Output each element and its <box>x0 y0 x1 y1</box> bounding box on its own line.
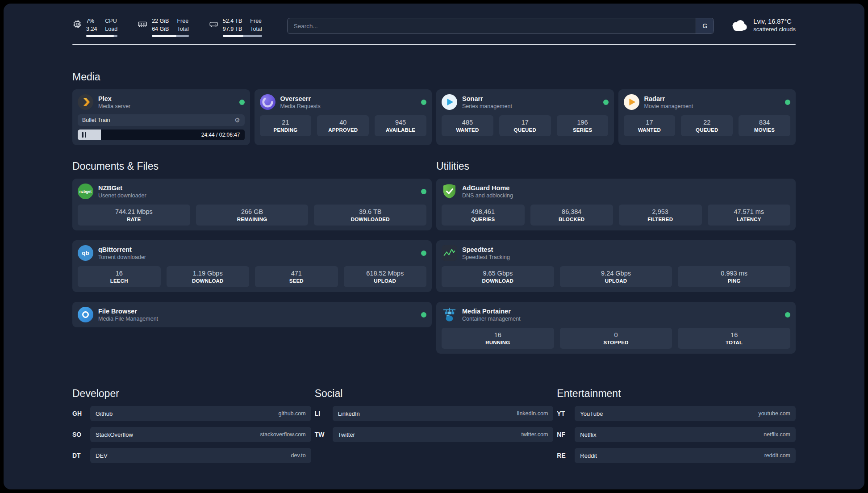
now-playing-row: Bullet Train ⚙ <box>78 114 245 126</box>
nzbget-card[interactable]: nzbget NZBGet Usenet downloader 744.21 M… <box>72 179 432 230</box>
topbar-divider <box>72 44 796 45</box>
stat-label: FILTERED <box>621 217 700 222</box>
youtube-link[interactable]: YouTube youtube.com <box>575 406 796 421</box>
app-subtitle: Media Requests <box>280 103 417 109</box>
ram-metric: 22 GiB 64 GiB Free Total <box>137 17 189 37</box>
stat-label: DOWNLOAD <box>443 278 552 284</box>
link-name: Github <box>96 410 113 417</box>
qbittorrent-card[interactable]: qb qBittorrent Torrent downloader 16 LEE… <box>72 240 432 292</box>
stat-label: QUEUED <box>683 127 731 133</box>
stat-wanted: 485 WANTED <box>442 115 493 136</box>
app-subtitle: Media server <box>98 103 234 109</box>
documents-column: Documents & Files nzbget NZBGet Usenet d… <box>72 160 432 337</box>
stat-wanted: 17 WANTED <box>624 115 676 136</box>
cpu-load-value: 3.24 <box>86 25 97 33</box>
stat-upload: 9.24 Gbps UPLOAD <box>560 266 672 287</box>
stat-label: SERIES <box>559 127 607 133</box>
search-engine-button[interactable]: G <box>696 18 714 33</box>
stat-label: STOPPED <box>562 340 671 345</box>
stat-value: 22 <box>683 119 731 126</box>
stat-label: RATE <box>79 217 188 222</box>
sonarr-icon <box>442 94 457 110</box>
link-name: DEV <box>96 452 108 459</box>
stat-available: 945 AVAILABLE <box>375 115 426 136</box>
sonarr-card[interactable]: Sonarr Series management 485 WANTED 17 Q… <box>436 89 614 145</box>
cpu-progress-bar <box>86 35 117 37</box>
dev-link[interactable]: DEV dev.to <box>90 448 311 463</box>
app-name: Plex <box>98 95 234 102</box>
stat-value: 0.993 ms <box>680 270 789 277</box>
portainer-card[interactable]: Media Portainer Container management 16 … <box>436 302 796 354</box>
weather-location: Lviv, 16.87°C <box>753 18 796 25</box>
overseerr-card[interactable]: Overseerr Media Requests 21 PENDING 40 A… <box>255 89 432 145</box>
dashboard-app: 7% 3.24 CPU Load <box>4 4 864 489</box>
app-name: Sonarr <box>462 95 598 102</box>
stat-label: RUNNING <box>443 340 552 345</box>
adguard-card[interactable]: AdGuard Home DNS and adblocking 498,461 … <box>436 179 796 230</box>
github-abbr-icon: GH <box>72 410 90 417</box>
stat-value: 39.6 TB <box>316 208 425 215</box>
youtube-abbr-icon: YT <box>557 410 575 417</box>
search-input[interactable] <box>288 18 696 33</box>
stat-download: 9.65 Gbps DOWNLOAD <box>442 266 554 287</box>
weather-condition: scattered clouds <box>753 26 796 33</box>
stat-value: 498,461 <box>443 208 523 215</box>
entertainment-column: Entertainment YT YouTube youtube.com NF … <box>557 388 796 469</box>
stat-value: 40 <box>319 119 367 126</box>
stat-value: 834 <box>740 119 789 126</box>
radarr-icon <box>624 94 639 110</box>
playback-time: 24:44 / 02:06:47 <box>201 130 240 140</box>
link-row-stackoverflow: SO StackOverflow stackoverflow.com <box>72 427 311 442</box>
stat-latency: 47.571 ms LATENCY <box>708 205 791 226</box>
stackoverflow-link[interactable]: StackOverflow stackoverflow.com <box>90 427 311 442</box>
github-link[interactable]: Github github.com <box>90 406 311 421</box>
social-column: Social LI LinkedIn linkedin.com TW Twitt… <box>315 388 554 469</box>
plex-card[interactable]: Plex Media server Bullet Train ⚙ 24:44 /… <box>72 89 250 145</box>
ram-total-label: Total <box>177 25 188 33</box>
stat-label: QUEUED <box>501 127 549 133</box>
weather-widget: Lviv, 16.87°C scattered clouds <box>730 17 796 33</box>
stat-label: DOWNLOADED <box>316 217 425 222</box>
stat-value: 47.571 ms <box>709 208 789 215</box>
filebrowser-card[interactable]: File Browser Media File Management <box>72 302 432 327</box>
stat-value: 17 <box>626 119 674 126</box>
cpu-usage: 7% <box>86 17 97 25</box>
stat-label: UPLOAD <box>562 278 671 284</box>
stat-value: 9.24 Gbps <box>562 270 671 277</box>
stat-pending: 21 PENDING <box>260 115 312 136</box>
stat-total: 16 TOTAL <box>678 328 790 349</box>
stat-value: 618.52 Mbps <box>346 270 425 277</box>
stat-approved: 40 APPROVED <box>317 115 369 136</box>
disk-total-label: Total <box>250 25 262 33</box>
link-name: Reddit <box>580 452 597 459</box>
linkedin-link[interactable]: LinkedIn linkedin.com <box>333 406 554 421</box>
stat-label: QUERIES <box>443 217 523 222</box>
filebrowser-icon <box>78 307 93 322</box>
stat-value: 21 <box>262 119 310 126</box>
speedtest-card[interactable]: Speedtest Speedtest Tracking 9.65 Gbps D… <box>436 240 796 292</box>
stat-value: 471 <box>257 270 336 277</box>
stat-label: WANTED <box>443 127 492 133</box>
twitter-link[interactable]: Twitter twitter.com <box>333 427 554 442</box>
playback-progress-bar[interactable]: 24:44 / 02:06:47 <box>78 130 245 140</box>
cloud-icon <box>730 19 748 31</box>
stat-label: PING <box>680 278 789 284</box>
reddit-link[interactable]: Reddit reddit.com <box>575 448 796 463</box>
radarr-card[interactable]: Radarr Movie management 17 WANTED 22 QUE… <box>618 89 796 145</box>
stat-ping: 0.993 ms PING <box>678 266 790 287</box>
app-name: Overseerr <box>280 95 417 102</box>
pause-icon[interactable] <box>82 132 86 138</box>
search-bar: G <box>287 18 714 34</box>
link-url: netflix.com <box>764 431 790 438</box>
stat-value: 485 <box>443 119 492 126</box>
gear-icon[interactable]: ⚙ <box>234 117 240 123</box>
portainer-icon <box>442 307 457 322</box>
link-row-youtube: YT YouTube youtube.com <box>557 406 796 421</box>
app-subtitle: Movie management <box>644 103 780 109</box>
disk-icon <box>209 19 219 29</box>
netflix-link[interactable]: Netflix netflix.com <box>575 427 796 442</box>
social-section-title: Social <box>315 388 554 400</box>
stat-blocked: 86,384 BLOCKED <box>530 205 613 226</box>
stat-label: DOWNLOAD <box>168 278 248 284</box>
stat-queries: 498,461 QUERIES <box>442 205 525 226</box>
